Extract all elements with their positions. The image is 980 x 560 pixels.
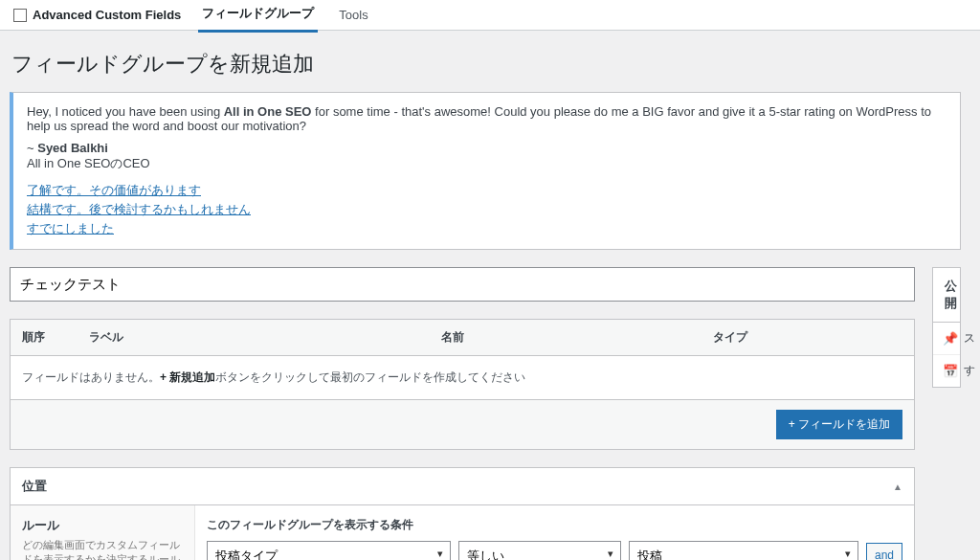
pin-icon: 📌 xyxy=(943,331,956,346)
notice-links: 了解です。その価値があります 結構です。後で検討するかもしれません すでにしまし… xyxy=(27,182,947,237)
notice-link-later[interactable]: 結構です。後で検討するかもしれません xyxy=(27,201,947,218)
nav-brand-text: Advanced Custom Fields xyxy=(33,8,181,22)
rule-operator-select[interactable]: 等しい xyxy=(458,541,621,560)
notice-author-title: All in One SEOのCEO xyxy=(27,155,947,172)
review-notice: Hey, I noticed you have been using All i… xyxy=(10,92,961,250)
fields-panel: 順序 ラベル 名前 タイプ フィールドはありません。+ 新規追加ボタンをクリック… xyxy=(10,319,915,450)
page-title: フィールドグループを新規追加 xyxy=(11,50,961,78)
chevron-up-icon[interactable]: ▲ xyxy=(893,482,902,492)
notice-author: ~ Syed Balkhi All in One SEOのCEO xyxy=(27,141,947,172)
col-label: ラベル xyxy=(89,329,441,346)
rule-hint: どの編集画面でカスタムフィールドを表示するかを決定するルールを作成します。 xyxy=(22,538,183,560)
notice-link-done[interactable]: すでにしました xyxy=(27,220,947,237)
fields-empty: フィールドはありません。+ 新規追加ボタンをクリックして最初のフィールドを作成し… xyxy=(11,356,914,399)
location-title: 位置 xyxy=(22,478,47,495)
col-order: 順序 xyxy=(22,329,89,346)
col-name: 名前 xyxy=(441,329,712,346)
group-title-input[interactable] xyxy=(10,267,915,302)
visibility-text: す xyxy=(964,363,975,379)
location-panel: 位置 ▲ ルール どの編集画面でカスタムフィールドを表示するかを決定するルールを… xyxy=(10,467,915,560)
rule-desc: このフィールドグループを表示する条件 xyxy=(207,517,902,533)
publish-panel: 公開 📌 ス 📅 す xyxy=(932,267,961,388)
nav-link-field-groups[interactable]: フィールドグループ xyxy=(198,0,318,33)
rule-label: ルール xyxy=(22,517,183,534)
acf-logo-icon xyxy=(13,9,27,22)
col-type: タイプ xyxy=(713,329,902,346)
notice-msg-pre: Hey, I noticed you have been using xyxy=(27,104,224,119)
page-wrap: フィールドグループを新規追加 Hey, I noticed you have b… xyxy=(0,31,980,560)
add-field-button[interactable]: + フィールドを追加 xyxy=(776,410,902,439)
and-button[interactable]: and xyxy=(866,543,902,560)
fields-head: 順序 ラベル 名前 タイプ xyxy=(11,320,914,356)
notice-author-name: Syed Balkhi xyxy=(37,141,108,155)
rule-param-select[interactable]: 投稿タイプ xyxy=(207,541,451,560)
notice-product: All in One SEO xyxy=(224,104,312,119)
rule-value-select[interactable]: 投稿 xyxy=(629,541,858,560)
calendar-icon: 📅 xyxy=(943,364,956,378)
nav-link-tools[interactable]: Tools xyxy=(335,0,371,30)
nav-brand: Advanced Custom Fields xyxy=(13,8,181,22)
publish-title: 公開 xyxy=(933,268,960,323)
top-nav: Advanced Custom Fields フィールドグループ Tools xyxy=(0,0,980,31)
status-text: ス xyxy=(964,330,975,347)
notice-link-yes[interactable]: 了解です。その価値があります xyxy=(27,182,947,199)
